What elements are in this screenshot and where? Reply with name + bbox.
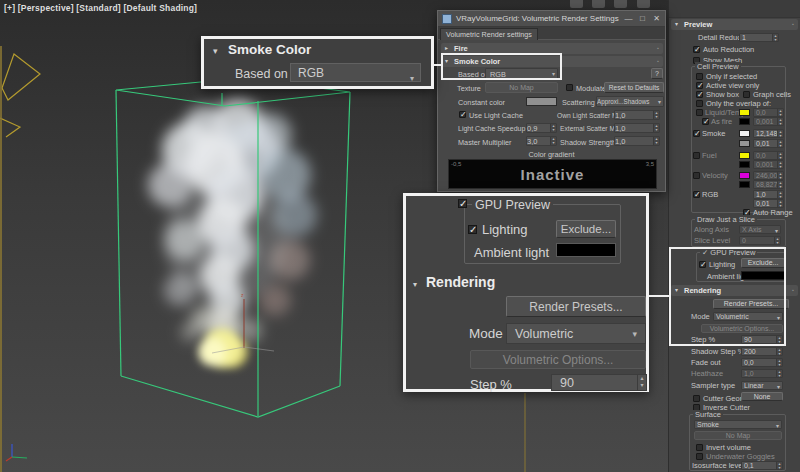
velocity-checkbox[interactable] <box>693 172 700 179</box>
fuel-color-swatch[interactable] <box>739 152 750 159</box>
scattering-dropdown[interactable]: Approxi...Shadows ▾ <box>596 96 664 107</box>
sampler-type-field[interactable]: Linear▾ <box>741 381 783 390</box>
lighting-checkbox[interactable]: ✓ <box>468 225 477 234</box>
spinner-icon[interactable]: ▴▾ <box>777 200 783 207</box>
invert-volume-checkbox[interactable] <box>696 444 703 451</box>
only-the-overlap-of-checkbox[interactable] <box>696 100 703 107</box>
spinner-icon[interactable]: ▴▾ <box>777 152 783 159</box>
cutter-geom-checkbox[interactable] <box>693 395 700 402</box>
exclude-button[interactable]: Exclude... <box>741 258 785 268</box>
spinner-icon[interactable]: ▴▾ <box>776 336 782 343</box>
rgb-checkbox[interactable]: ✓ <box>693 191 700 198</box>
active-view-only-checkbox[interactable]: ✓ <box>696 82 703 89</box>
step-field[interactable]: 90▴▾ <box>741 335 783 344</box>
smoke-field[interactable]: 12,148▴▾ <box>753 129 784 138</box>
only-if-selected-checkbox[interactable] <box>696 73 703 80</box>
isosurface-level-field[interactable]: 0,1▴▾ <box>741 461 783 470</box>
fuel-checkbox[interactable] <box>693 152 700 159</box>
minimize-icon[interactable]: — <box>622 13 635 25</box>
close-icon[interactable]: ✕ <box>650 13 663 25</box>
slice-level-field[interactable]: 0▴▾ <box>739 236 781 245</box>
spinner-icon[interactable]: ▴▾ <box>774 237 780 244</box>
own-light-scatter-field[interactable]: 1,0▴▾ <box>614 110 660 120</box>
no-map-button[interactable]: No Map <box>694 431 782 440</box>
modulate-checkbox[interactable] <box>566 84 573 91</box>
tab-volumetric-render-settings[interactable]: Volumetric Render settings <box>440 28 538 40</box>
rollout-smoke-color[interactable]: ▾ Smoke Color ▪ <box>441 56 663 67</box>
as-fire-field[interactable]: 0,001▴▾ <box>753 117 784 126</box>
render-presets-button[interactable]: Render Presets... <box>713 299 789 309</box>
velocity-field[interactable]: 246,004▴▾ <box>753 171 784 180</box>
use-light-cache-checkbox[interactable]: ✓ <box>459 111 466 118</box>
0-001-field[interactable]: 0,001▴▾ <box>753 160 784 169</box>
spinner-icon[interactable]: ▴▾ <box>776 359 782 366</box>
spinner-icon[interactable]: ▴▾ <box>777 130 783 137</box>
auto-reduction-checkbox[interactable]: ✓ <box>693 46 700 53</box>
ambient-light-swatch[interactable] <box>556 243 616 257</box>
velocity-color-swatch[interactable] <box>739 172 750 179</box>
spinner-icon[interactable]: ▴▾ <box>777 161 783 168</box>
step-field[interactable]: 90 ▴▾ <box>551 374 647 391</box>
channel-color-swatch[interactable] <box>739 181 750 188</box>
color-gradient-widget[interactable]: -0,5 3,5 Inactive <box>448 159 657 189</box>
gpu-preview-checkbox[interactable]: ✓ <box>458 199 467 208</box>
volumetric-options-button[interactable]: Volumetric Options... <box>470 350 646 369</box>
constant-color-swatch[interactable] <box>526 97 557 106</box>
heathaze-field[interactable]: 1,0▴▾ <box>741 369 783 378</box>
detail-reduction-field[interactable]: 1▴▾ <box>739 33 779 42</box>
graph-cells-checkbox[interactable] <box>743 91 750 98</box>
reset-to-defaults-button[interactable]: Reset to Defaults <box>604 82 664 93</box>
external-scatter-field[interactable]: 1,0▴▾ <box>614 123 660 133</box>
dialog-titlebar[interactable]: VRayVolumeGrid: Volumetric Render Settin… <box>438 11 665 27</box>
texture-map-button[interactable]: No Map <box>485 82 558 93</box>
exclude-button[interactable]: Exclude... <box>556 220 616 238</box>
rendering-rollout-label[interactable]: Rendering <box>426 274 495 290</box>
maximize-icon[interactable]: □ <box>636 13 649 25</box>
spinner-icon[interactable]: ▴▾ <box>777 140 783 147</box>
channel-color-swatch[interactable] <box>739 161 750 168</box>
rollout-preview[interactable]: ▾Preview▪ <box>671 19 798 30</box>
spinner-icon[interactable]: ▴▾ <box>777 172 783 179</box>
spinner-icon[interactable]: ▴▾ <box>776 462 782 469</box>
lighting-checkbox[interactable]: ✓ <box>699 261 706 268</box>
help-button[interactable]: ? <box>651 68 663 79</box>
0-01-field[interactable]: 0,01▴▾ <box>753 199 784 208</box>
based-on-dropdown[interactable]: RGB ▾ <box>485 68 558 79</box>
spinner-icon[interactable]: ▴▾ <box>772 34 778 41</box>
liquid-temp-field[interactable]: 0,0▴▾ <box>753 108 784 117</box>
along-axis-field[interactable]: X Axis▾ <box>739 225 781 234</box>
show-box-checkbox[interactable]: ✓ <box>696 91 703 98</box>
shadow-strength-field[interactable]: 1,0▴▾ <box>614 136 660 146</box>
spinner-icon[interactable]: ▴▾ <box>777 191 783 198</box>
mode-dropdown[interactable]: Volumetric ▾ <box>506 323 646 344</box>
rollout-rendering[interactable]: ▾Rendering▪ <box>671 285 798 296</box>
spinner-icon[interactable]: ▴▾ <box>777 118 783 125</box>
liquid-temp-color-swatch[interactable] <box>739 109 750 116</box>
render-presets-button[interactable]: Render Presets... <box>506 296 646 317</box>
shadow-step-field[interactable]: 200▴▾ <box>741 347 783 356</box>
spinner-icon[interactable]: ▴▾ <box>777 181 783 188</box>
smoke-field[interactable]: Smoke▾ <box>694 420 782 429</box>
light-cache-speedup-field[interactable]: 0,9▴▾ <box>526 123 557 133</box>
spinner-icon[interactable]: ▴▾ <box>776 370 782 377</box>
rollout-fire[interactable]: ▸ Fire ▪ <box>441 43 663 54</box>
master-multiplier-field[interactable]: 3,0▴▾ <box>526 136 557 146</box>
fuel-field[interactable]: 0,0▴▾ <box>753 151 784 160</box>
fade-out-field[interactable]: 0,0▴▾ <box>741 358 783 367</box>
liquid-temp-checkbox[interactable] <box>696 109 703 116</box>
ambient-light-swatch[interactable] <box>741 271 785 280</box>
rgb-field[interactable]: 1,0▴▾ <box>753 190 784 199</box>
68-827-field[interactable]: 68,827▴▾ <box>753 180 784 189</box>
based-on-dropdown[interactable]: RGB ▾ <box>290 63 421 82</box>
mode-field[interactable]: Volumetric▾ <box>713 312 783 321</box>
volumetric-options-button[interactable]: Volumetric Options... <box>701 324 783 333</box>
spinner-icon[interactable]: ▴▾ <box>776 348 782 355</box>
smoke-color-swatch[interactable] <box>739 130 750 137</box>
channel-color-swatch[interactable] <box>739 140 750 147</box>
smoke-checkbox[interactable]: ✓ <box>693 130 700 137</box>
as-fire-color-swatch[interactable] <box>739 118 750 125</box>
none-button[interactable]: None <box>741 392 783 401</box>
viewport-label[interactable]: [+] [Perspective] [Standard] [Default Sh… <box>4 3 197 13</box>
0-01-field[interactable]: 0,01▴▾ <box>753 139 784 148</box>
as-fire-checkbox[interactable]: ✓ <box>702 118 709 125</box>
